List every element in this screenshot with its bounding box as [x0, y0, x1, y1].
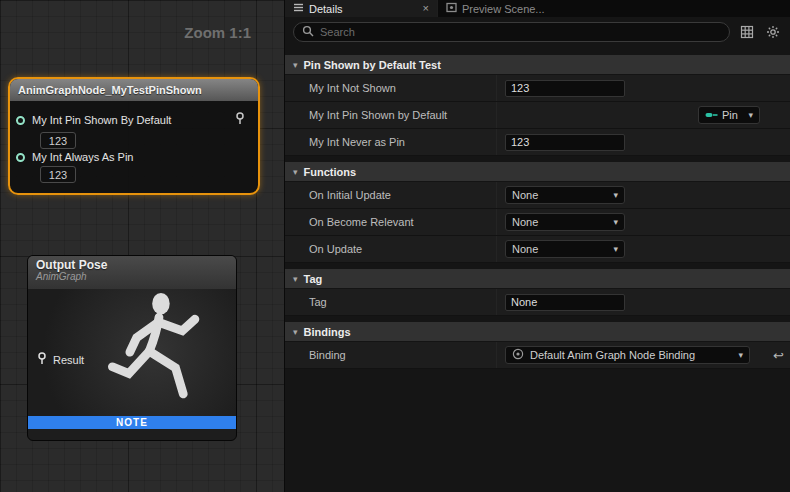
binding-dropdown[interactable]: Default Anim Graph Node Binding ▾ — [505, 346, 750, 364]
section-title: Functions — [304, 166, 357, 178]
property-label: My Int Pin Shown by Default — [285, 102, 497, 128]
node-title: Output Pose — [36, 258, 228, 272]
anim-graph-canvas[interactable]: Zoom 1:1 AnimGraphNode_MyTestPinShown My… — [0, 0, 285, 492]
property-label: Binding — [285, 342, 497, 368]
reset-to-default-icon[interactable]: ↩ — [773, 348, 784, 363]
result-pin-label: Result — [53, 354, 84, 366]
section-functions: ▾ Functions On Initial Update None ▾ On … — [285, 162, 790, 263]
chevron-down-icon: ▾ — [293, 60, 298, 70]
pin-row: My Int Pin Shown By Default — [16, 111, 250, 129]
chevron-down-icon: ▾ — [738, 350, 743, 360]
pin-label: My Int Pin Shown By Default — [32, 114, 171, 126]
property-label: On Become Relevant — [285, 209, 497, 235]
output-pose-node[interactable]: Output Pose AnimGraph — [27, 255, 237, 441]
mannequin-preview-image — [84, 291, 234, 431]
search-input[interactable] — [320, 26, 721, 38]
property-row: On Initial Update None ▾ — [285, 182, 790, 209]
zoom-level-label: Zoom 1:1 — [184, 24, 251, 41]
property-label: My Int Never as Pin — [285, 129, 497, 155]
settings-gear-icon[interactable] — [764, 23, 782, 41]
node-header[interactable]: AnimGraphNode_MyTestPinShown — [10, 79, 258, 101]
result-pin-icon[interactable] — [36, 351, 48, 369]
search-row — [285, 17, 790, 47]
section-header[interactable]: ▾ Bindings — [285, 322, 790, 342]
search-box[interactable] — [293, 22, 730, 42]
chevron-down-icon: ▾ — [293, 274, 298, 284]
section-title: Pin Shown by Default Test — [304, 59, 441, 71]
section-bindings: ▾ Bindings Binding Default Anim Graph No… — [285, 322, 790, 369]
pin-icon — [705, 109, 718, 121]
search-icon — [302, 23, 314, 41]
details-tab-icon — [293, 2, 304, 15]
node-subtitle: AnimGraph — [36, 271, 228, 282]
close-tab-icon[interactable]: × — [423, 3, 429, 14]
chevron-down-icon: ▾ — [293, 167, 298, 177]
property-row: On Update None ▾ — [285, 236, 790, 263]
property-row: Tag — [285, 289, 790, 316]
node-body: Result NOTE — [28, 289, 236, 429]
tab-label: Details — [309, 3, 343, 15]
app-window: Zoom 1:1 AnimGraphNode_MyTestPinShown My… — [0, 0, 790, 492]
section-header[interactable]: ▾ Pin Shown by Default Test — [285, 55, 790, 75]
on-become-relevant-dropdown[interactable]: None ▾ — [505, 213, 625, 231]
property-label: My Int Not Shown — [285, 75, 497, 101]
chevron-down-icon: ▾ — [613, 217, 618, 227]
pin-visibility-dropdown[interactable]: Pin ▾ — [698, 106, 760, 124]
section-tag: ▾ Tag Tag — [285, 269, 790, 316]
tab-details[interactable]: Details × — [285, 0, 437, 17]
section-title: Bindings — [304, 326, 351, 338]
property-row: Binding Default Anim Graph Node Binding … — [285, 342, 790, 369]
chevron-down-icon: ▾ — [293, 327, 298, 337]
note-banner: NOTE — [28, 416, 236, 429]
node-header[interactable]: Output Pose AnimGraph — [28, 256, 236, 289]
my-int-not-shown-input[interactable] — [505, 80, 625, 97]
tab-bar: Details × Preview Scene... — [285, 0, 790, 17]
property-row: My Int Pin Shown by Default Pin ▾ — [285, 102, 790, 129]
section-header[interactable]: ▾ Tag — [285, 269, 790, 289]
on-initial-update-dropdown[interactable]: None ▾ — [505, 186, 625, 204]
property-label: On Initial Update — [285, 182, 497, 208]
dropdown-value: Default Anim Graph Node Binding — [530, 349, 695, 361]
node-title: AnimGraphNode_MyTestPinShown — [18, 84, 202, 96]
pin-label: My Int Always As Pin — [32, 151, 133, 163]
binding-icon — [512, 348, 524, 362]
dropdown-value: None — [512, 243, 538, 255]
anim-graph-node-selected[interactable]: AnimGraphNode_MyTestPinShown My Int Pin … — [8, 77, 260, 195]
section-header[interactable]: ▾ Functions — [285, 162, 790, 182]
property-label: On Update — [285, 236, 497, 262]
chevron-down-icon: ▾ — [613, 244, 618, 254]
property-label: Tag — [285, 289, 497, 315]
result-pin-row: Result — [36, 351, 84, 369]
details-panel: Details × Preview Scene... — [285, 0, 790, 492]
pin-value-input[interactable]: 123 — [40, 166, 76, 183]
dropdown-value: None — [512, 216, 538, 228]
property-matrix-icon[interactable] — [738, 23, 756, 41]
dropdown-value: None — [512, 189, 538, 201]
tab-label: Preview Scene... — [462, 3, 545, 15]
section-pin-shown-by-default-test: ▾ Pin Shown by Default Test My Int Not S… — [285, 55, 790, 156]
section-title: Tag — [304, 273, 323, 285]
pin-value-input[interactable]: 123 — [40, 132, 76, 149]
tab-preview-scene[interactable]: Preview Scene... — [437, 0, 605, 17]
preview-scene-tab-icon — [446, 2, 457, 15]
property-row: My Int Not Shown — [285, 75, 790, 102]
on-update-dropdown[interactable]: None ▾ — [505, 240, 625, 258]
chevron-down-icon: ▾ — [748, 110, 753, 120]
int-pin-icon[interactable] — [16, 116, 25, 125]
property-row: My Int Never as Pin — [285, 129, 790, 156]
property-row: On Become Relevant None ▾ — [285, 209, 790, 236]
pushpin-icon[interactable] — [234, 111, 246, 129]
node-body: My Int Pin Shown By Default 123 My Int A… — [10, 101, 258, 193]
pin-row: My Int Always As Pin — [16, 151, 250, 163]
chevron-down-icon: ▾ — [613, 190, 618, 200]
tag-input[interactable] — [505, 294, 625, 311]
my-int-never-as-pin-input[interactable] — [505, 134, 625, 151]
int-pin-icon[interactable] — [16, 153, 25, 162]
dropdown-value: Pin — [722, 109, 738, 121]
